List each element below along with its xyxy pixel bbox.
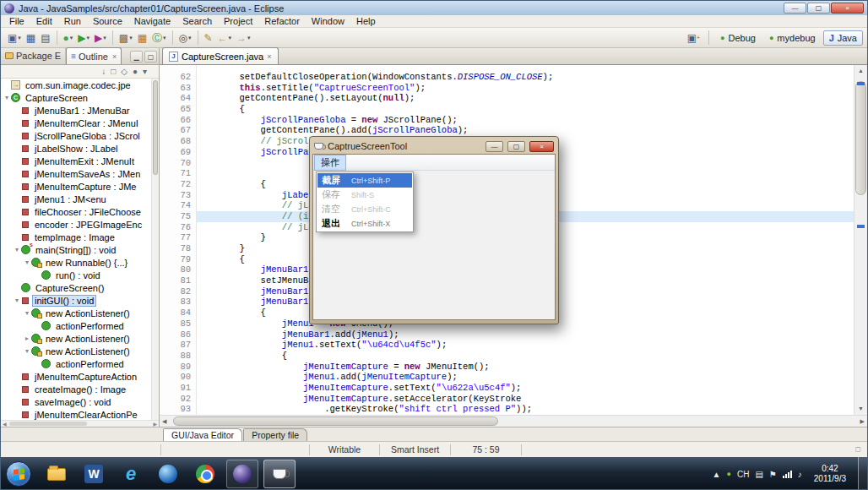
line-number[interactable]: 90 [160, 372, 196, 383]
search-button[interactable]: ◎▾ [176, 30, 194, 46]
overview-marker[interactable] [857, 82, 865, 85]
line-number[interactable]: 79 [160, 254, 196, 265]
line-number[interactable]: 92 [160, 394, 196, 405]
collapse-icon[interactable]: ▾ [13, 246, 21, 253]
line-number[interactable]: 91 [160, 383, 196, 394]
bottom-tab-gui-java-editor[interactable]: GUI/Java Editor [163, 428, 242, 441]
debug-button[interactable]: ●▾ [61, 30, 76, 46]
editor-hscrollbar-thumb[interactable] [173, 416, 498, 426]
dialog-maximize-button[interactable]: ▢ [507, 141, 525, 152]
editor-tab-capturescreen[interactable]: J CaptureScreen.java × [162, 47, 279, 64]
line-number[interactable]: 93 [160, 404, 196, 415]
save-button[interactable]: ▦ [24, 30, 38, 46]
line-number[interactable]: 72 [160, 179, 196, 190]
line-number[interactable]: 81 [160, 275, 196, 286]
open-perspective-button[interactable]: ▣+ [684, 32, 703, 44]
line-number[interactable]: 87 [160, 340, 196, 351]
overview-marker-current-line[interactable] [857, 225, 865, 228]
line-number[interactable]: 64 [160, 93, 196, 104]
app-menu-item-capture[interactable]: 截屏Ctrl+Shift-P [317, 173, 412, 188]
code-line[interactable]: .getKeyStroke("shift ctrl pressed P")); [197, 404, 854, 415]
line-number[interactable]: 65 [160, 104, 196, 115]
view-minimize-button[interactable]: ▁ [130, 51, 143, 63]
outline-item[interactable]: saveImage() : void [1, 395, 159, 408]
app-menu-item-clear[interactable]: 清空Ctrl+Shift-C [317, 202, 412, 216]
dialog-titlebar[interactable]: CaptrueScreenTool — ▢ × [312, 139, 556, 154]
line-number[interactable]: 77 [160, 232, 196, 243]
print-button[interactable]: ▤ [38, 30, 52, 46]
line-number[interactable]: 71 [160, 168, 196, 179]
outline-item[interactable]: jMenuBar1 : JMenuBar [1, 104, 159, 117]
scroll-up-button[interactable]: ▲ [854, 65, 867, 77]
dialog-minimize-button[interactable]: — [486, 141, 503, 152]
view-tab-outline[interactable]: ≡Outline× [66, 47, 122, 64]
outline-item[interactable]: jScrollPaneGloba : JScrol [1, 129, 159, 142]
menu-help[interactable]: Help [350, 15, 382, 27]
outline-vscrollbar[interactable] [151, 79, 159, 420]
line-number[interactable]: 69 [160, 147, 196, 158]
line-number[interactable]: 88 [160, 351, 196, 362]
menu-file[interactable]: File [3, 15, 30, 27]
app-menu-operation[interactable]: 操作 [314, 155, 346, 171]
view-maximize-button[interactable]: ▢ [144, 51, 157, 63]
scroll-left-button[interactable]: ◀ [3, 421, 7, 427]
maximize-button[interactable]: ▢ [807, 3, 830, 14]
view-tab-package-e[interactable]: Package E [1, 47, 66, 64]
outline-item[interactable]: ▾smain(String[]) : void [1, 243, 159, 256]
keyboard-layout-icon[interactable]: ▤ [755, 470, 762, 479]
line-number[interactable]: 66 [160, 115, 196, 126]
minimize-button[interactable]: — [784, 3, 806, 14]
external-tools-button[interactable]: ▶▾ [92, 30, 109, 46]
action-center-icon[interactable]: ⚑ [769, 470, 777, 479]
outline-item[interactable]: jMenu1 : JM<enu [1, 193, 159, 205]
line-number[interactable]: 73 [160, 190, 196, 201]
messenger-taskbar-button[interactable] [152, 460, 184, 488]
outline-item[interactable]: jMenuItemExit : JMenuIt [1, 155, 159, 167]
scroll-right-button[interactable]: ▶ [153, 421, 157, 427]
close-tab-icon[interactable]: × [112, 52, 117, 61]
scroll-down-button[interactable]: ▼ [854, 403, 867, 415]
outline-item[interactable]: jMenuItemClearActionPe [1, 408, 159, 420]
hide-non-public-button[interactable]: ● [133, 67, 138, 76]
outline-item[interactable]: ▾new ActionListener() [1, 345, 159, 357]
bottom-tab-property-file[interactable]: Property file [243, 428, 307, 441]
collapse-icon[interactable]: ▾ [13, 297, 21, 304]
tray-app-icon[interactable]: ● [727, 470, 731, 478]
back-button[interactable]: ←▾ [215, 30, 235, 46]
menu-window[interactable]: Window [306, 15, 350, 27]
forward-button[interactable]: →▾ [234, 30, 253, 46]
collapse-icon[interactable]: ▾ [23, 259, 31, 266]
outline-item[interactable]: ▸new ActionListener() [1, 332, 159, 345]
outline-item[interactable]: tempImage : Image [1, 231, 159, 243]
eclipse-taskbar-button[interactable] [226, 460, 258, 488]
code-line[interactable]: { [197, 351, 854, 362]
editor-hscrollbar[interactable]: ◀ ▶ [160, 415, 867, 427]
menu-refactor[interactable]: Refactor [258, 15, 306, 27]
perspective-mydebug[interactable]: ●mydebug [763, 30, 822, 46]
tray-expand-button[interactable]: ▲ [713, 470, 721, 479]
last-edit-location-button[interactable]: ✎ [202, 30, 215, 46]
code-line[interactable]: getContentPane().setLayout(null); [197, 93, 854, 104]
scroll-right-button[interactable]: ▶ [860, 418, 865, 425]
outline-item[interactable]: →com.sun.image.codec.jpe [1, 79, 159, 91]
line-number[interactable]: 68 [160, 136, 196, 147]
line-number[interactable]: 70 [160, 158, 196, 169]
line-number[interactable]: 74 [160, 200, 196, 211]
expand-icon[interactable]: ▸ [23, 335, 31, 342]
outline-item[interactable]: encoder : JPEGImageEnc [1, 218, 159, 231]
outline-item[interactable]: jMenuItemSaveAs : JMen [1, 167, 159, 180]
dialog-close-button[interactable]: × [529, 141, 554, 152]
code-line[interactable]: getContentPane().add(jScrollPaneGloba); [197, 125, 854, 136]
outline-item[interactable]: actionPerformed [1, 357, 159, 370]
run-button[interactable]: ▶▾ [75, 30, 92, 46]
menu-project[interactable]: Project [218, 15, 258, 27]
outline-item[interactable]: fileChooser : JFileChoose [1, 205, 159, 218]
collapse-icon[interactable]: ▾ [3, 94, 11, 101]
volume-icon[interactable]: ♪ [798, 470, 802, 479]
taskbar-clock[interactable]: 0:42 2011/9/3 [808, 464, 852, 484]
outline-item[interactable]: ▾new Runnable() {...} [1, 256, 159, 269]
app-dialog[interactable]: CaptrueScreenTool — ▢ × 操作 截屏Ctrl+Shift-… [309, 136, 559, 324]
progress-indicator-icon[interactable]: □ [856, 445, 867, 454]
show-desktop-button[interactable] [858, 457, 867, 490]
code-line[interactable]: jMenuItemCapture.setText("\u622a\u5c4f")… [197, 383, 854, 394]
